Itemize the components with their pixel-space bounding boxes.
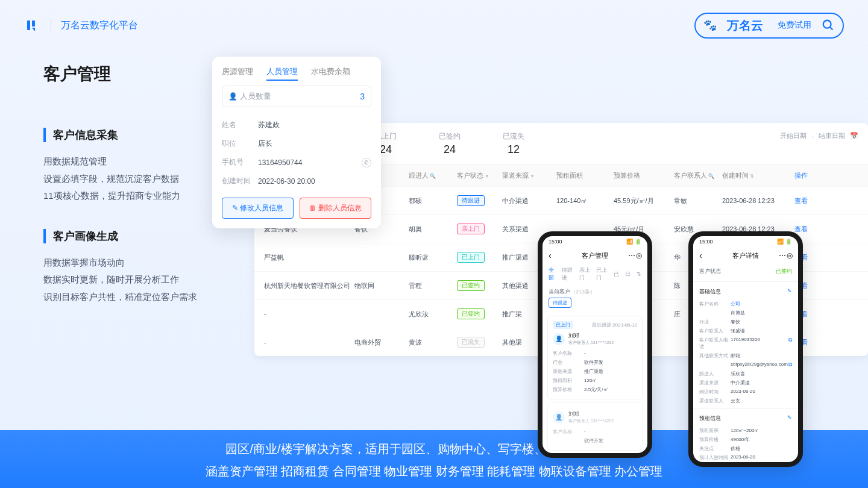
- phone-customer-detail: 15:00📶 🔋 ‹ 客户详情 ⋯ ◎ 客户状态 已签约 基础信息✎ 客户名称公…: [688, 231, 803, 467]
- search-placeholder: 人员数量: [240, 91, 360, 102]
- more-icon[interactable]: ⋯ ◎: [628, 251, 641, 260]
- popup-tabs: 房源管理 人员管理 水电费余额: [222, 66, 371, 77]
- tab-pending[interactable]: 待跟进: [562, 266, 573, 282]
- avatar-icon: 👤: [553, 411, 565, 424]
- current-customers: 当前客户（213条） 待跟进: [542, 284, 647, 313]
- logo-area: 万名云数字化平台: [24, 17, 138, 34]
- info-position: 职位店长: [222, 134, 371, 153]
- signal-icon: 📶 🔋: [626, 239, 641, 245]
- section-acquisition: 客户信息采集 用数据规范管理 设置必填字段，规范沉淀客户数据 11项核心数据，提…: [43, 128, 218, 205]
- status-badge: 已流失: [457, 337, 485, 348]
- filter-tag[interactable]: 待跟进: [549, 298, 571, 308]
- status-badge: 亲上门: [457, 224, 485, 234]
- filter-icon: ▼: [530, 174, 535, 179]
- more-icon[interactable]: ⋯ ◎: [779, 251, 792, 260]
- date-range[interactable]: 开始日期-结束日期📅: [780, 131, 858, 140]
- section-desc: 用数据掌握市场动向 数据实时更新，随时开展分析工作 识别目标客户共性，精准定位客…: [43, 254, 218, 306]
- col-follower[interactable]: 跟进人🔍: [409, 171, 457, 180]
- search-icon: 🔍: [708, 174, 714, 179]
- phone-header: ‹ 客户管理 ⋯ ◎: [542, 247, 647, 264]
- tab-utility[interactable]: 水电费余额: [311, 66, 350, 77]
- logo-icon: [24, 17, 41, 34]
- svg-rect-1: [32, 20, 35, 27]
- copy-icon[interactable]: ⧉: [788, 361, 792, 368]
- filter-icon: ▼: [485, 174, 489, 179]
- person-count: 3: [360, 92, 365, 101]
- divider: [51, 18, 51, 33]
- tab-housing[interactable]: 房源管理: [222, 66, 253, 77]
- phone-status-bar: 15:00📶 🔋: [542, 236, 647, 247]
- person-icon: 👤: [228, 92, 237, 101]
- info-name: 姓名苏建政: [222, 116, 371, 134]
- search-bar[interactable]: 🐾 万名云 免费试用: [694, 13, 844, 39]
- section-desc: 用数据规范管理 设置必填字段，规范沉淀客户数据 11项核心数据，提升招商专业能力: [43, 153, 218, 205]
- col-channel[interactable]: 渠道来源▼: [502, 171, 556, 180]
- person-search[interactable]: 👤 人员数量 3: [222, 86, 371, 107]
- status-badge: 待跟进: [457, 195, 485, 206]
- info-phone: 手机号13164950744✆: [222, 153, 371, 172]
- status-badge: 已签约: [457, 308, 485, 319]
- filter-icon[interactable]: 日: [625, 271, 631, 278]
- phone-header: ‹ 客户详情 ⋯ ◎: [693, 247, 798, 264]
- sort-icon: ⇅: [750, 174, 754, 179]
- delete-person-button[interactable]: 🗑 删除人员信息: [300, 198, 371, 219]
- tab-person[interactable]: 人员管理: [266, 66, 298, 77]
- screenshot-area: 房源管理 人员管理 水电费余额 👤 人员数量 3 姓名苏建政 职位店长 手机号1…: [230, 63, 844, 424]
- status-value: 已签约: [776, 267, 792, 275]
- search-brand: 万名云: [722, 17, 768, 34]
- copy-icon[interactable]: ⧉: [788, 337, 792, 350]
- phone-icon[interactable]: ✆: [362, 158, 371, 167]
- tab-tovisit[interactable]: 亲上门: [579, 266, 591, 282]
- customer-card[interactable]: 👤刘郑客户联系人 131****4222 客户名称- 软件开发: [547, 402, 643, 451]
- main: 客户管理 客户信息采集 用数据规范管理 设置必填字段，规范沉淀客户数据 11项核…: [0, 51, 868, 424]
- search-icon[interactable]: [821, 18, 835, 33]
- left-panel: 客户管理 客户信息采集 用数据规范管理 设置必填字段，规范沉淀客户数据 11项核…: [43, 63, 218, 424]
- free-trial-link[interactable]: 免费试用: [773, 20, 816, 31]
- col-created[interactable]: 创建时间⇅: [722, 171, 794, 180]
- section-title: 客户信息采集: [43, 128, 218, 142]
- edit-person-button[interactable]: ✎ 修改人员信息: [222, 198, 294, 219]
- stat-lost: 已流失12: [503, 131, 524, 156]
- section-title: 客户画像生成: [43, 229, 218, 243]
- phone-filter-tabs: 全部 待跟进 亲上门 已上门 已 日 ⇅: [542, 264, 647, 284]
- svg-rect-0: [27, 20, 30, 30]
- platform-name: 万名云数字化平台: [61, 19, 138, 32]
- paw-icon: 🐾: [703, 18, 717, 33]
- page-title: 客户管理: [43, 63, 218, 86]
- status-badge: 已上门: [457, 252, 485, 263]
- back-icon[interactable]: ‹: [549, 251, 552, 260]
- search-icon: 🔍: [430, 174, 436, 179]
- person-popup: 房源管理 人员管理 水电费余额 👤 人员数量 3 姓名苏建政 职位店长 手机号1…: [212, 57, 381, 228]
- stat-signed: 已签约24: [439, 131, 461, 156]
- phone-status-bar: 15:00📶 🔋: [693, 236, 798, 247]
- tab-signed: 已: [614, 271, 619, 278]
- view-link[interactable]: 查看: [794, 225, 819, 234]
- phone-customer-list: 15:00📶 🔋 ‹ 客户管理 ⋯ ◎ 全部 待跟进 亲上门 已上门 已 日 ⇅…: [538, 231, 652, 458]
- section-profile: 客户画像生成 用数据掌握市场动向 数据实时更新，随时开展分析工作 识别目标客户共…: [43, 229, 218, 306]
- status-row: 客户状态 已签约: [693, 264, 798, 279]
- back-icon[interactable]: ‹: [699, 251, 702, 260]
- col-status[interactable]: 客户状态▼: [457, 171, 502, 180]
- avatar-icon: 👤: [553, 333, 565, 345]
- svg-point-2: [823, 20, 831, 28]
- customer-card[interactable]: 已上门最近跟进 2023-06-12 👤 刘郑客户联系人 131****4222…: [547, 316, 643, 399]
- svg-line-3: [830, 27, 833, 30]
- header: 万名云数字化平台 🐾 万名云 免费试用: [0, 0, 868, 51]
- tab-visited[interactable]: 已上门: [596, 266, 608, 282]
- edit-icon[interactable]: ✎: [787, 288, 792, 296]
- view-link[interactable]: 查看: [794, 196, 819, 205]
- popup-actions: ✎ 修改人员信息 🗑 删除人员信息: [222, 198, 371, 219]
- rent-info-header: 预租信息✎: [693, 411, 798, 426]
- info-created: 创建时间2022-06-30 20:00: [222, 172, 371, 190]
- signal-icon: 📶 🔋: [777, 239, 792, 245]
- calendar-icon: 📅: [850, 132, 858, 140]
- basic-info-header: 基础信息✎: [693, 284, 798, 299]
- customer-user: 👤 刘郑客户联系人 131****4222: [553, 332, 637, 346]
- col-contact[interactable]: 客户联系人🔍: [674, 171, 722, 180]
- edit-icon[interactable]: ✎: [787, 414, 792, 422]
- filter-toggle-icon[interactable]: ⇅: [637, 271, 641, 277]
- tab-all[interactable]: 全部: [549, 266, 556, 282]
- status-badge: 已签约: [457, 280, 485, 291]
